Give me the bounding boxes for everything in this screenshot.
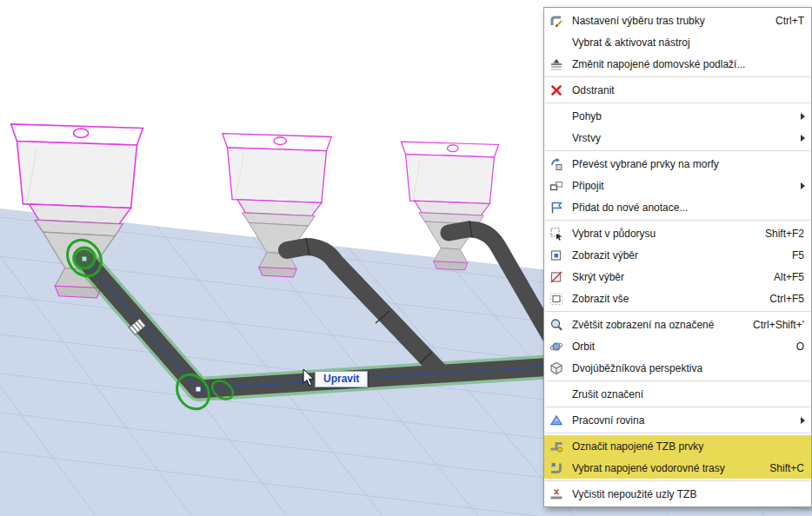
menu-item-show-all[interactable]: Zobrazit vše Ctrl+F5 <box>544 288 811 309</box>
orbit-icon <box>548 340 565 354</box>
menu-item-shortcut: Ctrl+T <box>762 15 804 27</box>
menu-item-label: Vybrat & aktivovat nástroj <box>572 36 804 49</box>
menu-item-label: Nastavení výběru tras trubky <box>572 15 762 27</box>
edit-tag[interactable]: Upravit <box>315 371 368 387</box>
menu-item-label: Připojit <box>572 180 804 192</box>
delete-icon <box>548 83 565 97</box>
menu-item-shortcut: Ctrl+F5 <box>755 293 804 305</box>
menu-item-shortcut: Shift+F2 <box>751 228 804 240</box>
menu-item-label: Pracovní rovina <box>572 414 804 427</box>
menu-item-label: Zvětšit zobrazení na označené <box>572 319 739 331</box>
menu-item-connect[interactable]: Připojit <box>544 175 811 196</box>
annotation-icon <box>548 201 565 215</box>
menu-item-change-home-story[interactable]: Změnit napojené domovské podlaží... <box>544 53 811 75</box>
menu-separator <box>545 103 810 103</box>
show-all-icon <box>548 292 565 306</box>
zoom-selection-icon <box>548 318 565 332</box>
menu-item-shortcut: Alt+F5 <box>760 271 804 283</box>
menu-item-deselect-all[interactable]: Zrušit označení <box>544 383 811 405</box>
menu-item-label: Odstranit <box>572 84 804 96</box>
menu-item-convert-to-morph[interactable]: Převést vybrané prvky na morfy <box>544 153 811 175</box>
menu-item-delete[interactable]: Odstranit <box>544 79 811 101</box>
menu-item-editing-plane[interactable]: Pracovní rovina <box>544 409 811 431</box>
menu-item-show-selection[interactable]: Zobrazit výběr F5 <box>544 244 811 266</box>
menu-separator <box>545 380 810 381</box>
hide-selection-icon <box>548 270 565 284</box>
menu-separator <box>545 433 810 433</box>
context-menu: Nastavení výběru tras trubky Ctrl+T Vybr… <box>543 7 812 507</box>
menu-item-label: Přidat do nové anotace... <box>572 202 804 214</box>
menu-item-move[interactable]: Pohyb <box>544 105 811 127</box>
menu-item-shortcut: O <box>782 341 804 353</box>
submenu-arrow-icon <box>801 113 805 120</box>
mep-routes-icon <box>548 461 565 475</box>
menu-item-label: Vybrat v půdorysu <box>572 228 751 240</box>
menu-item-label: Převést vybrané prvky na morfy <box>572 158 804 170</box>
mep-elements-icon <box>548 440 565 453</box>
submenu-arrow-icon <box>801 135 805 142</box>
perspective-icon <box>548 361 565 375</box>
menu-separator <box>545 150 810 151</box>
menu-item-label: Zobrazit výběr <box>572 249 778 261</box>
menu-item-label: Dvojúběžníková perspektiva <box>572 362 804 374</box>
menu-item-select-connected-routes[interactable]: Vybrat napojené vodorovné trasy Shift+C <box>544 457 811 479</box>
morph-icon <box>548 157 565 171</box>
menu-item-two-point-perspective[interactable]: Dvojúběžníková perspektiva <box>544 357 811 379</box>
show-selection-icon <box>548 248 565 262</box>
clean-nodes-icon <box>548 487 565 501</box>
menu-item-layers[interactable]: Vrstvy <box>544 127 811 149</box>
menu-separator <box>545 76 810 77</box>
menu-item-orbit[interactable]: Orbit O <box>544 335 811 357</box>
menu-item-select-on-floorplan[interactable]: Vybrat v půdorysu Shift+F2 <box>544 222 811 244</box>
menu-item-label: Zrušit označení <box>572 388 804 400</box>
submenu-arrow-icon <box>801 182 805 189</box>
menu-separator <box>545 311 810 312</box>
home-story-icon <box>548 57 565 71</box>
menu-item-zoom-to-selection[interactable]: Zvětšit zobrazení na označené Ctrl+Shift… <box>544 314 811 335</box>
menu-item-label: Skrýt výběr <box>572 271 760 283</box>
toilet-3[interactable] <box>401 142 498 270</box>
menu-item-add-to-annotation[interactable]: Přidat do nové anotace... <box>544 196 811 218</box>
work-plane-icon <box>548 413 565 427</box>
menu-separator <box>545 480 810 481</box>
menu-item-hide-selection[interactable]: Skrýt výběr Alt+F5 <box>544 266 811 288</box>
menu-item-label: Vyčistit nepoužité uzly TZB <box>572 488 804 500</box>
menu-item-shortcut: F5 <box>778 249 804 261</box>
menu-separator <box>545 407 810 407</box>
menu-item-label: Změnit napojené domovské podlaží... <box>572 58 804 70</box>
menu-item-label: Vybrat napojené vodorovné trasy <box>572 462 755 474</box>
menu-item-highlight-connected-mep[interactable]: Označit napojené TZB prvky <box>544 435 811 457</box>
menu-item-clean-unused-mep-nodes[interactable]: Vyčistit nepoužité uzly TZB <box>544 483 811 505</box>
pipe-settings-icon <box>548 14 565 28</box>
menu-item-shortcut: Ctrl+Shift+' <box>739 319 804 331</box>
app-canvas: Upravit Nastavení výběru tras trubky Ctr… <box>0 0 812 516</box>
select-floorplan-icon <box>548 227 565 241</box>
menu-item-pipe-routing-settings[interactable]: Nastavení výběru tras trubky Ctrl+T <box>544 10 811 31</box>
submenu-arrow-icon <box>801 417 805 424</box>
menu-item-label: Označit napojené TZB prvky <box>572 440 804 453</box>
menu-item-label: Pohyb <box>572 110 804 122</box>
menu-item-shortcut: Shift+C <box>755 462 804 474</box>
menu-separator <box>545 220 810 221</box>
menu-item-label: Vrstvy <box>572 132 804 144</box>
menu-item-label: Zobrazit vše <box>572 293 755 305</box>
menu-item-select-activate-tool[interactable]: Vybrat & aktivovat nástroj <box>544 31 811 53</box>
menu-item-label: Orbit <box>572 341 782 353</box>
connect-icon <box>548 179 565 193</box>
